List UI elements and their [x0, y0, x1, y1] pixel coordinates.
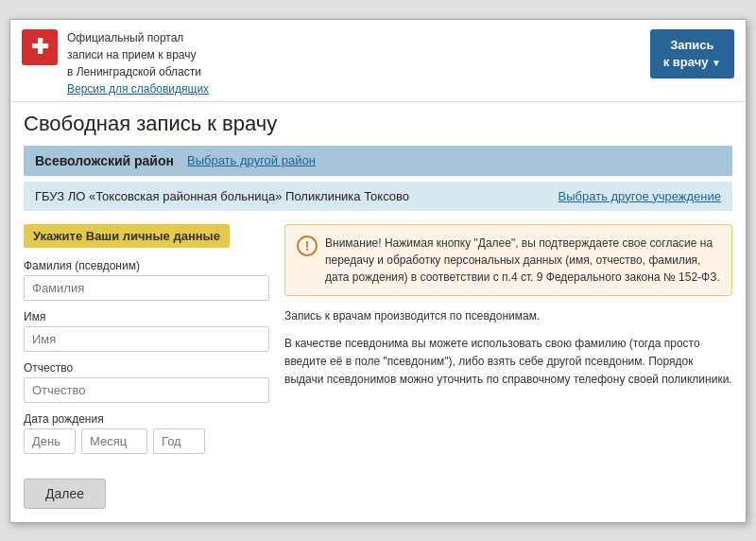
- patronymic-label: Отчество: [24, 361, 269, 375]
- portal-info: Официальный портал записи на прием к вра…: [67, 29, 209, 96]
- form-section: Укажите Ваши личные данные Фамилия (псев…: [24, 224, 732, 509]
- warning-text: Внимание! Нажимая кнопку "Далее", вы под…: [325, 235, 720, 286]
- form-right: ! Внимание! Нажимая кнопку "Далее", вы п…: [284, 224, 732, 509]
- surname-input[interactable]: [24, 275, 269, 301]
- main-content: Свободная запись к врачу Всеволожский ра…: [10, 102, 746, 522]
- header: ✚ Официальный портал записи на прием к в…: [10, 20, 746, 102]
- change-district-link[interactable]: Выбрать другой район: [187, 153, 316, 167]
- page-title: Свободная запись к врачу: [24, 112, 732, 136]
- form-left: Укажите Ваши личные данные Фамилия (псев…: [24, 224, 269, 509]
- warning-icon: !: [297, 236, 318, 256]
- cross-icon: ✚: [31, 37, 48, 58]
- institution-name: ГБУЗ ЛО «Токсовская районная больница» П…: [35, 189, 409, 203]
- surname-label: Фамилия (псевдоним): [24, 259, 269, 272]
- portal-text: Официальный портал записи на прием к вра…: [67, 29, 209, 80]
- name-input[interactable]: [24, 326, 269, 352]
- dob-label: Дата рождения: [24, 412, 269, 426]
- patronymic-input[interactable]: [24, 377, 269, 403]
- month-input[interactable]: [81, 428, 147, 454]
- district-name: Всеволожский район: [35, 153, 174, 168]
- institution-bar: ГБУЗ ЛО «Токсовская районная больница» П…: [24, 182, 732, 211]
- day-input[interactable]: [24, 428, 76, 454]
- year-input[interactable]: [153, 428, 205, 454]
- logo-icon: ✚: [22, 29, 58, 65]
- info-text-2: В качестве псевдонима вы можете использо…: [284, 335, 732, 390]
- visually-impaired-link[interactable]: Версия для слабовидящих: [67, 82, 209, 96]
- date-row: [24, 428, 269, 454]
- name-label: Имя: [24, 310, 269, 323]
- info-text-1: Запись к врачам производится по псевдони…: [284, 307, 732, 325]
- dob-group: Дата рождения: [24, 412, 269, 454]
- appointment-button[interactable]: Записьк врачу: [650, 29, 734, 79]
- header-left: ✚ Официальный портал записи на прием к в…: [22, 29, 209, 96]
- warning-box: ! Внимание! Нажимая кнопку "Далее", вы п…: [284, 224, 732, 296]
- next-button[interactable]: Далее: [24, 479, 106, 509]
- change-institution-link[interactable]: Выбрать другое учреждение: [558, 189, 721, 203]
- personal-data-label: Укажите Ваши личные данные: [24, 224, 230, 248]
- district-bar: Всеволожский район Выбрать другой район: [24, 146, 732, 176]
- name-group: Имя: [24, 310, 269, 352]
- surname-group: Фамилия (псевдоним): [24, 259, 269, 301]
- patronymic-group: Отчество: [24, 361, 269, 403]
